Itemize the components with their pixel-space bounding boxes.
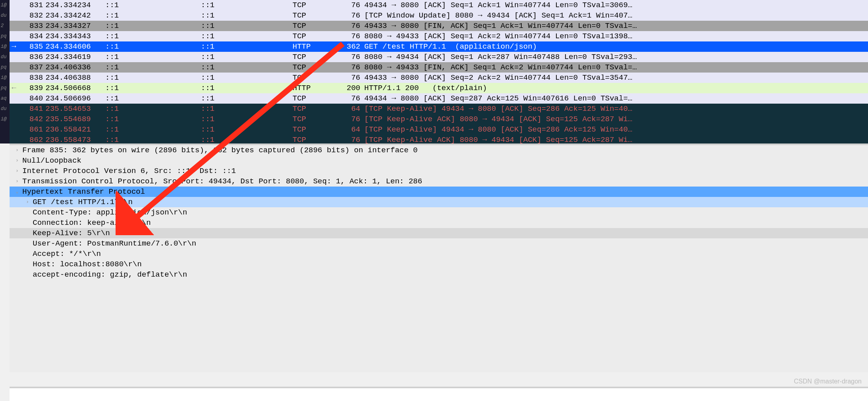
response-packet-arrow-icon: ← (10, 83, 18, 93)
packet-source: ::1 (105, 21, 201, 31)
packet-time: 234.334242 (45, 10, 105, 21)
packet-protocol: TCP (293, 73, 340, 83)
packet-source: ::1 (105, 93, 201, 104)
packet-list-pane[interactable]: 831234.334234::1::1TCP7649434 → 8080 [AC… (10, 0, 868, 143)
tree-row[interactable]: ⌄Hypertext Transfer Protocol (10, 187, 868, 197)
packet-no: 840 (18, 93, 45, 104)
packet-time: 235.554689 (45, 114, 105, 124)
packet-length: 64 (340, 104, 364, 114)
tree-row[interactable]: Content-Type: application/json\r\n (10, 207, 868, 218)
packet-row[interactable]: 836234.334619::1::1TCP768080 → 49434 [AC… (10, 52, 868, 62)
packet-row[interactable]: 835234.334606::1::1HTTP362GET /test HTTP… (10, 41, 868, 52)
chevron-right-icon[interactable]: › (12, 145, 22, 155)
packet-protocol: HTTP (293, 83, 340, 93)
packet-length: 76 (340, 21, 364, 31)
chevron-down-icon[interactable]: ⌄ (12, 187, 22, 197)
tree-label: Keep-Alive: 5\r\n (33, 228, 110, 238)
packet-protocol: TCP (293, 10, 340, 21)
selected-packet-arrow-icon: → (10, 41, 18, 52)
packet-row[interactable]: 842235.554689::1::1TCP76[TCP Keep-Alive … (10, 114, 868, 124)
packet-protocol: TCP (293, 114, 340, 124)
chevron-right-icon[interactable]: › (12, 176, 22, 187)
packet-info: [TCP Keep-Alive ACK] 8080 → 49434 [ACK] … (364, 114, 868, 124)
packet-row[interactable]: 838234.406388::1::1TCP7649433 → 8080 [AC… (10, 73, 868, 83)
packet-info: [TCP Window Update] 8080 → 49434 [ACK] S… (364, 10, 868, 21)
tree-row[interactable]: accept-encoding: gzip, deflate\r\n (10, 269, 868, 280)
tree-label: User-Agent: PostmanRuntime/7.6.0\r\n (33, 238, 196, 249)
packet-source: ::1 (105, 83, 201, 93)
packet-row[interactable]: 832234.334242::1::1TCP76[TCP Window Upda… (10, 10, 868, 21)
cropped-left-edge: i@du2pqi@dupqi@pqaqdui@ (0, 0, 10, 143)
chevron-right-icon[interactable]: › (12, 166, 22, 176)
packet-row[interactable]: 831234.334234::1::1TCP7649434 → 8080 [AC… (10, 0, 868, 10)
packet-row[interactable]: 862236.558473::1::1TCP76[TCP Keep-Alive … (10, 135, 868, 143)
tree-label: Hypertext Transfer Protocol (22, 187, 145, 197)
tree-row[interactable]: Accept: */*\r\n (10, 249, 868, 259)
packet-row[interactable]: 837234.406336::1::1TCP768080 → 49433 [FI… (10, 62, 868, 73)
packet-no: 833 (18, 21, 45, 31)
packet-length: 362 (340, 41, 364, 52)
packet-protocol: TCP (293, 62, 340, 73)
packet-destination: ::1 (201, 124, 293, 135)
packet-row[interactable]: 841235.554653::1::1TCP64[TCP Keep-Alive]… (10, 104, 868, 114)
tree-row[interactable]: User-Agent: PostmanRuntime/7.6.0\r\n (10, 238, 868, 249)
tree-row[interactable]: Keep-Alive: 5\r\n (10, 228, 868, 238)
packet-bytes-pane[interactable]: 0090 2d 61 6c 69 76 65 0d 0a 4b 65 65 70… (10, 388, 868, 401)
packet-time: 234.334619 (45, 52, 105, 62)
chevron-right-icon[interactable]: › (22, 197, 33, 207)
packet-time: 234.506696 (45, 93, 105, 104)
packet-length: 76 (340, 0, 364, 10)
packet-info: 49433 → 8080 [FIN, ACK] Seq=1 Ack=1 Win=… (364, 21, 868, 31)
tree-label: Internet Protocol Version 6, Src: ::1, D… (22, 166, 236, 176)
watermark: CSDN @master-dragon (794, 378, 862, 385)
packet-time: 234.334234 (45, 0, 105, 10)
chevron-right-icon[interactable]: › (12, 155, 22, 166)
packet-destination: ::1 (201, 135, 293, 143)
tree-row[interactable]: Connection: keep-alive\r\n (10, 218, 868, 228)
tree-row[interactable]: ›Internet Protocol Version 6, Src: ::1, … (10, 166, 868, 176)
packet-protocol: TCP (293, 135, 340, 143)
packet-source: ::1 (105, 124, 201, 135)
packet-destination: ::1 (201, 73, 293, 83)
packet-info: 49434 → 8080 [ACK] Seq=1 Ack=1 Win=40774… (364, 0, 868, 10)
tree-row[interactable]: ›Frame 835: 362 bytes on wire (2896 bits… (10, 145, 868, 155)
tree-label: Accept: */*\r\n (33, 249, 101, 259)
packet-length: 76 (340, 10, 364, 21)
packet-row[interactable]: 834234.334343::1::1TCP768080 → 49433 [AC… (10, 31, 868, 41)
packet-time: 234.334606 (45, 41, 105, 52)
packet-protocol: HTTP (293, 41, 340, 52)
packet-row[interactable]: 840234.506696::1::1TCP7649434 → 8080 [AC… (10, 93, 868, 104)
packet-time: 236.558473 (45, 135, 105, 143)
packet-destination: ::1 (201, 31, 293, 41)
tree-row[interactable]: ›Transmission Control Protocol, Src Port… (10, 176, 868, 187)
packet-details-pane[interactable]: ›Frame 835: 362 bytes on wire (2896 bits… (10, 145, 868, 372)
packet-protocol: TCP (293, 124, 340, 135)
packet-no: 834 (18, 31, 45, 41)
packet-source: ::1 (105, 73, 201, 83)
packet-info: 8080 → 49434 [ACK] Seq=1 Ack=287 Win=407… (364, 52, 868, 62)
tree-row[interactable]: ›Null/Loopback (10, 155, 868, 166)
packet-no: 842 (18, 114, 45, 124)
packet-protocol: TCP (293, 31, 340, 41)
packet-time: 236.558421 (45, 124, 105, 135)
packet-protocol: TCP (293, 93, 340, 104)
packet-row[interactable]: 861236.558421::1::1TCP64[TCP Keep-Alive]… (10, 124, 868, 135)
packet-no: 837 (18, 62, 45, 73)
packet-length: 200 (340, 83, 364, 93)
tree-label: Null/Loopback (22, 155, 81, 166)
packet-source: ::1 (105, 114, 201, 124)
packet-row[interactable]: 839234.506668::1::1HTTP200HTTP/1.1 200 (… (10, 83, 868, 93)
packet-info: 49433 → 8080 [ACK] Seq=2 Ack=2 Win=40774… (364, 73, 868, 83)
packet-destination: ::1 (201, 10, 293, 21)
tree-row[interactable]: ›GET /test HTTP/1.1\r\n (10, 197, 868, 207)
packet-destination: ::1 (201, 0, 293, 10)
packet-row[interactable]: 833234.334327::1::1TCP7649433 → 8080 [FI… (10, 21, 868, 31)
packet-info: 49434 → 8080 [ACK] Seq=287 Ack=125 Win=4… (364, 93, 868, 104)
tree-row[interactable]: Host: localhost:8080\r\n (10, 259, 868, 269)
packet-protocol: TCP (293, 52, 340, 62)
packet-length: 76 (340, 73, 364, 83)
packet-no: 839 (18, 83, 45, 93)
tree-label: Frame 835: 362 bytes on wire (2896 bits)… (22, 145, 418, 155)
packet-source: ::1 (105, 0, 201, 10)
tree-label: GET /test HTTP/1.1\r\n (33, 197, 133, 207)
